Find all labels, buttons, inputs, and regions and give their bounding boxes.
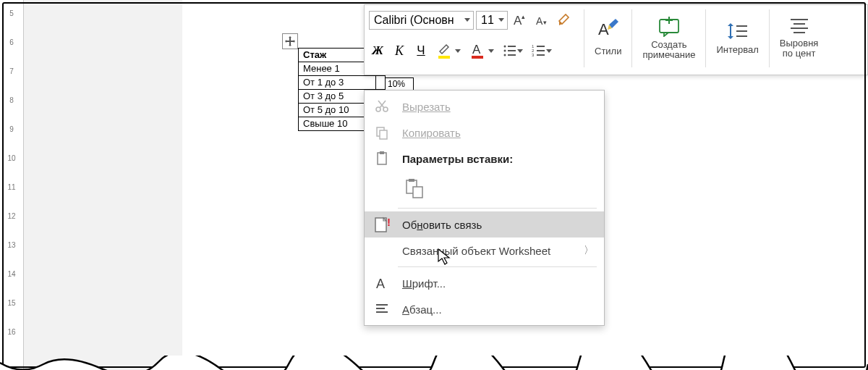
svg-text:▾: ▾ bbox=[543, 19, 547, 26]
chevron-down-icon bbox=[546, 49, 552, 53]
copy-icon bbox=[372, 122, 392, 143]
linked-object-label: Связанный объект Worksheet bbox=[402, 245, 574, 257]
ruler-tick: 10 bbox=[0, 154, 23, 162]
new-comment-button[interactable]: Создать примечание bbox=[635, 7, 702, 69]
paragraph-icon bbox=[372, 299, 392, 319]
line-spacing-button[interactable]: Интервал bbox=[709, 7, 765, 69]
blank-icon bbox=[372, 240, 392, 261]
ruler-tick: 14 bbox=[0, 270, 23, 278]
svg-point-7 bbox=[504, 46, 506, 48]
svg-rect-18 bbox=[537, 54, 545, 56]
numbering-button[interactable]: 123 bbox=[529, 41, 554, 60]
paste-options-label: Параметры вставки: bbox=[402, 153, 594, 165]
align-center-button[interactable]: Выровня по цент bbox=[773, 7, 822, 69]
mini-toolbar: Calibri (Основн 11 A▴ A▾ Ж К Ч bbox=[364, 4, 868, 75]
ruler-tick: 5 bbox=[0, 9, 23, 17]
svg-rect-10 bbox=[508, 50, 516, 51]
separator bbox=[769, 9, 770, 67]
svg-text:!: ! bbox=[387, 216, 390, 228]
menu-update-link[interactable]: ! Обновить связь bbox=[365, 211, 604, 237]
svg-rect-37 bbox=[378, 153, 386, 164]
svg-rect-41 bbox=[413, 187, 422, 198]
app-frame: 5 6 7 8 9 10 11 12 13 14 15 16 Стаж Мене… bbox=[0, 0, 868, 370]
svg-rect-38 bbox=[380, 151, 384, 154]
svg-rect-8 bbox=[508, 46, 516, 47]
spacing-label: Интервал bbox=[716, 45, 758, 55]
table-move-handle-icon[interactable] bbox=[282, 33, 298, 49]
ruler-tick: 8 bbox=[0, 96, 23, 104]
svg-rect-6 bbox=[472, 56, 483, 59]
table-cell: От 1 до 3 bbox=[299, 76, 376, 90]
font-icon: A bbox=[372, 273, 392, 293]
ruler-tick: 16 bbox=[0, 328, 23, 336]
svg-rect-4 bbox=[438, 56, 450, 59]
update-link-label: Обновить связь bbox=[402, 219, 594, 231]
decrease-font-button[interactable]: A▾ bbox=[532, 11, 553, 30]
ruler-tick: 13 bbox=[0, 241, 23, 249]
paste-keep-source-button[interactable] bbox=[402, 176, 427, 201]
menu-copy-label: Копировать bbox=[402, 127, 461, 139]
menu-separator bbox=[398, 266, 597, 267]
italic-button[interactable]: К bbox=[391, 41, 408, 60]
align-label: Выровня по цент bbox=[780, 38, 819, 59]
font-size-select[interactable]: 11 bbox=[476, 11, 508, 30]
ruler-tick: 6 bbox=[0, 38, 23, 46]
svg-rect-14 bbox=[537, 46, 545, 47]
increase-font-button[interactable]: A▴ bbox=[510, 11, 530, 30]
page-margin bbox=[24, 0, 182, 370]
chevron-down-icon bbox=[488, 49, 494, 53]
svg-rect-16 bbox=[537, 50, 545, 51]
menu-cut-label: Вырезать bbox=[402, 101, 451, 113]
format-painter-button[interactable] bbox=[555, 11, 575, 30]
bullets-button[interactable] bbox=[501, 41, 525, 60]
scissors-icon bbox=[372, 96, 392, 117]
font-family-value: Calibri (Основн bbox=[374, 14, 454, 27]
styles-label: Стили bbox=[595, 46, 621, 56]
bold-button[interactable]: Ж bbox=[369, 41, 386, 60]
menu-cut[interactable]: Вырезать bbox=[365, 93, 604, 119]
svg-text:A: A bbox=[536, 15, 543, 27]
ruler-tick: 11 bbox=[0, 183, 23, 191]
svg-rect-40 bbox=[409, 179, 414, 182]
ruler-tick: 7 bbox=[0, 67, 23, 75]
svg-rect-12 bbox=[508, 54, 516, 56]
highlight-button[interactable] bbox=[434, 41, 463, 60]
menu-linked-object[interactable]: Связанный объект Worksheet 〉 bbox=[365, 237, 604, 264]
separator bbox=[705, 9, 706, 67]
separator bbox=[631, 9, 632, 67]
chevron-down-icon bbox=[517, 49, 523, 53]
paragraph-label: Абзац... bbox=[402, 303, 594, 316]
svg-text:A: A bbox=[598, 20, 609, 38]
underline-button[interactable]: Ч bbox=[412, 41, 430, 60]
paste-options-row bbox=[365, 172, 604, 205]
vertical-ruler: 5 6 7 8 9 10 11 12 13 14 15 16 bbox=[0, 0, 24, 370]
svg-point-9 bbox=[504, 50, 506, 52]
menu-paragraph[interactable]: Абзац... bbox=[365, 296, 604, 322]
ruler-tick: 9 bbox=[0, 125, 23, 133]
font-color-button[interactable]: A bbox=[467, 41, 496, 60]
svg-text:A: A bbox=[376, 277, 385, 291]
svg-point-11 bbox=[504, 54, 506, 56]
menu-font[interactable]: A Шрифт... bbox=[365, 270, 604, 296]
chevron-right-icon: 〉 bbox=[584, 244, 594, 257]
ruler-tick: 15 bbox=[0, 299, 23, 307]
menu-separator bbox=[398, 208, 597, 209]
styles-button[interactable]: A Стили bbox=[587, 7, 629, 69]
update-link-icon: ! bbox=[372, 214, 392, 235]
svg-text:A: A bbox=[472, 43, 481, 56]
clipboard-icon bbox=[372, 148, 392, 169]
context-menu: Вырезать Копировать Параметры вставки: !… bbox=[364, 90, 605, 326]
font-size-value: 11 bbox=[481, 14, 494, 27]
font-label: Шрифт... bbox=[402, 277, 594, 290]
svg-text:▴: ▴ bbox=[522, 13, 525, 20]
font-family-select[interactable]: Calibri (Основн bbox=[369, 11, 474, 30]
chevron-down-icon bbox=[498, 18, 504, 22]
comment-label: Создать примечание bbox=[642, 40, 695, 60]
menu-copy[interactable]: Копировать bbox=[365, 119, 604, 146]
chevron-down-icon bbox=[464, 18, 470, 22]
separator bbox=[584, 9, 584, 67]
ruler-tick: 12 bbox=[0, 212, 23, 220]
svg-rect-36 bbox=[380, 130, 387, 139]
chevron-down-icon bbox=[455, 49, 461, 53]
menu-paste-options-header: Параметры вставки: bbox=[365, 146, 604, 172]
